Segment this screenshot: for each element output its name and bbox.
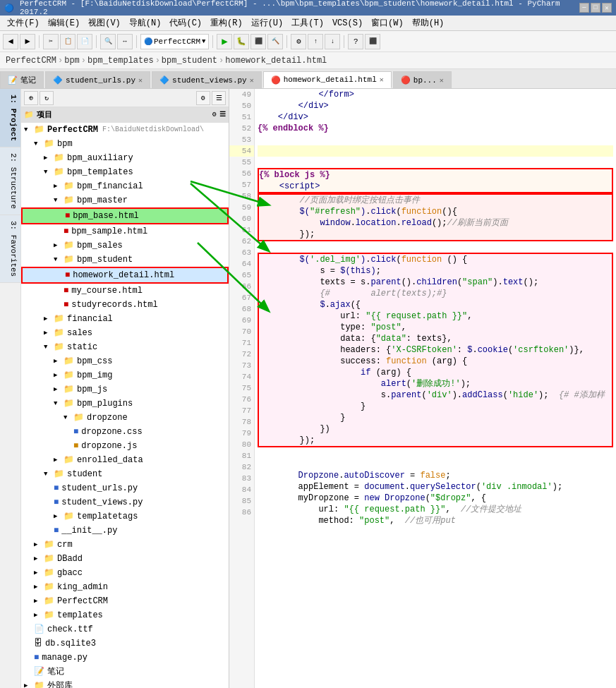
panel-tab-project[interactable]: 1: Project — [0, 89, 20, 147]
project-dropdown[interactable]: 🔵 PerfectCRM ▼ — [140, 34, 209, 49]
folder-icon: 📁 — [44, 553, 54, 565]
tab-homework-detail-close[interactable]: ✕ — [380, 76, 384, 84]
section-settings-icon[interactable]: ⚙ — [212, 109, 217, 121]
tab-student-urls[interactable]: 🔷 student_urls.py ✕ — [45, 71, 150, 88]
toolbar-settings[interactable]: ⚙ — [291, 34, 306, 49]
menu-run[interactable]: 运行(U) — [247, 16, 288, 30]
tree-check-ttf[interactable]: 📄 check.ttf — [21, 622, 229, 636]
tree-external-libs[interactable]: ▶ 📁 外部库 — [21, 679, 229, 688]
breadcrumb-homework-detail[interactable]: homework_detail.html — [225, 56, 327, 66]
tree-manage-py[interactable]: ■ manage.py — [21, 651, 229, 665]
breadcrumb-bpm-templates[interactable]: bpm_templates — [87, 56, 154, 66]
close-button[interactable]: ✕ — [602, 3, 612, 13]
sidebar-btn-menu[interactable]: ☰ — [212, 91, 226, 105]
tree-templates[interactable]: ▶ 📁 templates — [21, 608, 229, 622]
sidebar-btn-add[interactable]: ⊕ — [24, 91, 38, 105]
minimize-button[interactable]: ─ — [579, 3, 589, 13]
maximize-button[interactable]: □ — [591, 3, 600, 13]
tree-bpm-templates[interactable]: ▼ 📁 bpm_templates — [21, 165, 229, 179]
tree-bpm-plugins[interactable]: ▼ 📁 bpm_plugins — [21, 397, 229, 411]
tree-db-sqlite3[interactable]: 🗄 db.sqlite3 — [21, 636, 229, 651]
menu-file[interactable]: 文件(F) — [3, 16, 44, 30]
menu-code[interactable]: 代码(C) — [165, 16, 206, 30]
tab-student-views-close[interactable]: ✕ — [250, 76, 254, 85]
menu-tools[interactable]: 工具(T) — [287, 16, 328, 30]
tab-bp-close[interactable]: ✕ — [440, 76, 444, 85]
breadcrumb-bpm[interactable]: bpm — [64, 56, 80, 66]
sidebar-btn-refresh[interactable]: ↻ — [40, 91, 54, 105]
toolbar-run[interactable]: ▶ — [217, 34, 232, 49]
tree-bpm-student[interactable]: ▼ 📁 bpm_student — [21, 253, 229, 267]
tree-static[interactable]: ▼ 📁 static — [21, 340, 229, 354]
breadcrumb-perfectcrm[interactable]: PerfectCRM — [6, 56, 56, 66]
menu-view[interactable]: 视图(V) — [84, 16, 125, 30]
code-editor[interactable]: 49 50 51 52 53 54 55 56 57 58 59 60 61 6… — [229, 89, 616, 688]
tree-dropzone[interactable]: ▼ 📁 dropzone — [21, 411, 229, 425]
tree-my-course-html[interactable]: ■ my_course.html — [21, 284, 229, 298]
tree-note[interactable]: 📝 笔记 — [21, 665, 229, 679]
tab-bp[interactable]: 🔴 bp... ✕ — [393, 71, 452, 88]
menu-vcs[interactable]: VCS(S) — [328, 17, 367, 30]
tree-perfectcrm[interactable]: ▼ 📁 PerfectCRM F:\BaiduNetdiskDownload\ — [21, 123, 229, 137]
tree-dropzone-css[interactable]: ■ dropzone.css — [21, 425, 229, 439]
tree-gbacc[interactable]: ▶ 📁 gbacc — [21, 566, 229, 580]
toolbar-cut[interactable]: ✂ — [43, 34, 59, 49]
toolbar-copy[interactable]: 📋 — [60, 34, 76, 49]
tree-dropzone-js[interactable]: ■ dropzone.js — [21, 439, 229, 453]
tree-init-py[interactable]: ■ __init__.py — [21, 524, 229, 538]
tab-student-urls-close[interactable]: ✕ — [138, 76, 143, 85]
toolbar-help[interactable]: ? — [348, 34, 363, 49]
folder-icon: 📁 — [44, 538, 54, 551]
code-content[interactable]: </form> </div> </div> {% endblock %} — [255, 89, 616, 688]
tree-king-admin[interactable]: ▶ 📁 king_admin — [21, 580, 229, 594]
section-menu-icon[interactable]: ☰ — [219, 109, 226, 121]
toolbar-back[interactable]: ◀ — [3, 34, 18, 49]
panel-tab-favorites[interactable]: 3: Favorites — [0, 215, 20, 283]
tab-homework-detail[interactable]: 🔴 homework_detail.html ✕ — [263, 71, 392, 88]
toolbar-stop[interactable]: ⬛ — [250, 34, 266, 49]
tree-bpm-css[interactable]: ▶ 📁 bpm_css — [21, 354, 229, 368]
toolbar-terminal[interactable]: ⬛ — [365, 34, 380, 49]
tree-bpm-base-html[interactable]: ■ bpm_base.html — [21, 207, 229, 224]
tree-homework-detail-html[interactable]: ■ homework_detail.html — [21, 267, 229, 284]
tree-financial[interactable]: ▶ 📁 financial — [21, 312, 229, 326]
menu-refactor[interactable]: 重构(R) — [206, 16, 247, 30]
toolbar-paste[interactable]: 📄 — [77, 34, 92, 49]
tab-student-views[interactable]: 🔷 student_views.py ✕ — [152, 71, 262, 88]
tree-bpm-financial[interactable]: ▶ 📁 bpm_financial — [21, 179, 229, 193]
toolbar-update[interactable]: ↓ — [325, 34, 340, 49]
tree-studyrecords-html[interactable]: ■ studyrecords.html — [21, 298, 229, 312]
tree-item-section-header[interactable]: 📁 项目 ⚙ ☰ — [21, 107, 229, 123]
menu-help[interactable]: 帮助(H) — [408, 16, 449, 30]
tree-student-views-py[interactable]: ■ student_views.py — [21, 495, 229, 509]
tree-dbadd[interactable]: ▶ 📁 DBadd — [21, 552, 229, 566]
tree-student[interactable]: ▼ 📁 student — [21, 467, 229, 481]
menu-window[interactable]: 窗口(W) — [367, 16, 408, 30]
tree-templatetags[interactable]: ▶ 📁 templatetags — [21, 509, 229, 524]
toolbar-vcs[interactable]: ↑ — [308, 34, 323, 49]
toolbar-build[interactable]: 🔨 — [267, 34, 283, 49]
menu-edit[interactable]: 编辑(E) — [44, 16, 85, 30]
panel-tab-structure[interactable]: 2: Structure — [0, 147, 20, 215]
tree-enrolled-data[interactable]: ▶ 📁 enrolled_data — [21, 453, 229, 467]
toolbar-replace[interactable]: ↔ — [117, 34, 133, 49]
tab-note[interactable]: 📝 笔记 — [0, 71, 44, 88]
tree-sales[interactable]: ▶ 📁 sales — [21, 326, 229, 340]
toolbar-search[interactable]: 🔍 — [100, 34, 116, 49]
breadcrumb-bpm-student[interactable]: bpm_student — [162, 56, 217, 66]
arrow-icon: ▶ — [34, 553, 42, 565]
tree-bpm-sales[interactable]: ▶ 📁 bpm_sales — [21, 239, 229, 253]
tree-bpm-js[interactable]: ▶ 📁 bpm_js — [21, 382, 229, 397]
tree-bpm-img[interactable]: ▶ 📁 bpm_img — [21, 368, 229, 382]
tree-bpm-sample-html[interactable]: ■ bpm_sample.html — [21, 224, 229, 239]
tree-bpm-master[interactable]: ▼ 📁 bpm_master — [21, 193, 229, 207]
tree-student-urls-py[interactable]: ■ student_urls.py — [21, 481, 229, 495]
menu-navigate[interactable]: 导航(N) — [125, 16, 166, 30]
toolbar-forward[interactable]: ▶ — [20, 34, 35, 49]
tree-perfectcrm2[interactable]: ▶ 📁 PerfectCRM — [21, 594, 229, 608]
toolbar-debug[interactable]: 🐛 — [234, 34, 249, 49]
tree-bpm-auxiliary[interactable]: ▶ 📁 bpm_auxiliary — [21, 151, 229, 165]
sidebar-btn-settings[interactable]: ⚙ — [196, 91, 210, 105]
tree-crm[interactable]: ▶ 📁 crm — [21, 538, 229, 552]
tree-bpm[interactable]: ▼ 📁 bpm — [21, 137, 229, 151]
